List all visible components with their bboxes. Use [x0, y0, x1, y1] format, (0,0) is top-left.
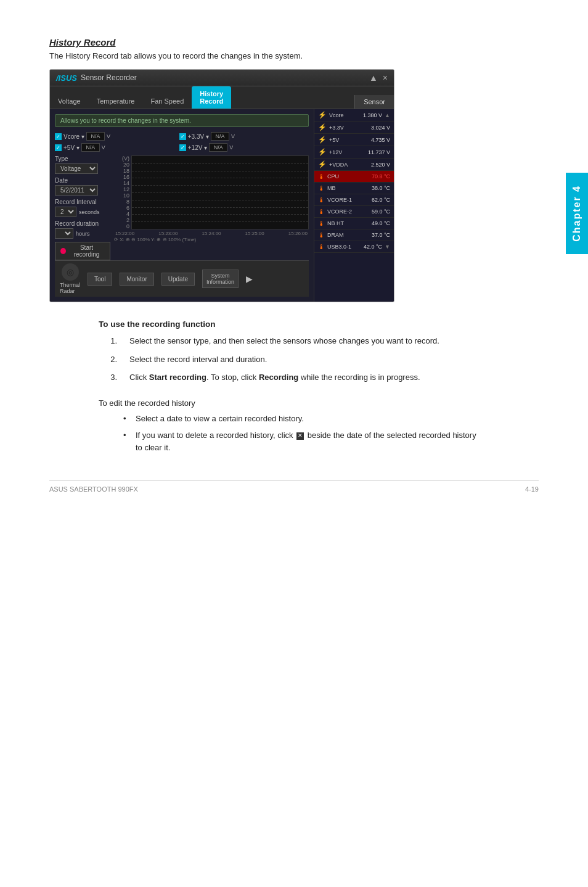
type-select[interactable]: Voltage — [55, 163, 98, 174]
sensor-val-mb: 38.0 °C — [372, 185, 390, 191]
steps-list: 1. Select the sensor type, and then sele… — [99, 335, 477, 384]
step-3-num: 3. — [99, 371, 117, 384]
start-recording-button[interactable]: Start recording — [55, 242, 110, 260]
instructions-heading: To use the recording function — [99, 320, 477, 329]
12v-value: N/A — [209, 143, 227, 152]
sensor-vdda: ⚡ +VDDA 2.520 V — [314, 159, 394, 171]
section-title: History Record — [49, 37, 539, 47]
temp-icon-vcore1: 🌡 — [318, 196, 325, 204]
tab-fan-speed[interactable]: Fan Speed — [142, 94, 192, 109]
tab-voltage[interactable]: Voltage — [50, 94, 89, 109]
checkbox-vcore[interactable]: ✓ — [55, 133, 62, 140]
interval-select[interactable]: 20 — [55, 207, 76, 217]
minimize-button[interactable]: ▲ — [369, 73, 378, 83]
sensor-vcore: ⚡ Vcore 1.380 V ▲ — [314, 109, 394, 122]
tab-temperature[interactable]: Temperature — [89, 94, 143, 109]
type-label: Type — [55, 155, 110, 162]
grid-line-3 — [132, 178, 308, 178]
sensor-val-vdda: 2.520 V — [371, 162, 390, 168]
sensor-checkbox-5v: ✓ +5V ▾ N/A V — [55, 143, 177, 152]
sensor-val-nbht: 49.0 °C — [372, 220, 390, 226]
vcore-label: Vcore ▾ — [63, 133, 84, 140]
app-logo: /ISUS Sensor Recorder — [56, 73, 137, 83]
temp-icon-nbht: 🌡 — [318, 220, 325, 227]
sensor-dram: 🌡 DRAM 37.0 °C — [314, 229, 394, 241]
chart-controls-panel: Type Voltage Date 5/2/2011 — [55, 155, 110, 260]
duration-label: Record duration — [55, 220, 110, 227]
rec-icon — [60, 248, 66, 254]
sensor-val-dram: 37.0 °C — [372, 232, 390, 238]
interval-unit: seconds — [79, 209, 100, 215]
app-screenshot: /ISUS Sensor Recorder ▲ × Voltage Temper… — [49, 69, 394, 302]
bullet-list: • Select a date to view a certain record… — [99, 413, 477, 454]
sensor-mb: 🌡 MB 38.0 °C — [314, 183, 394, 194]
close-button[interactable]: × — [383, 73, 388, 83]
sensor-3v3: ⚡ +3.3V 3.024 V — [314, 122, 394, 134]
temp-icon-cpu: 🌡 — [318, 173, 325, 180]
3v3-value: N/A — [211, 132, 229, 141]
tab-history-record[interactable]: HistoryRecord — [192, 86, 231, 109]
3v3-label: +3.3V ▾ — [188, 133, 209, 140]
monitor-button[interactable]: Monitor — [120, 273, 153, 286]
sensor-val-cpu: 70.8 °C — [372, 173, 390, 179]
sensor-name-12v: +12V — [329, 149, 365, 155]
sensor-name-mb: MB — [327, 185, 369, 191]
bullet-1-text: Select a date to view a certain recorded… — [136, 413, 304, 425]
bullet-2: • If you want to delete a recorded histo… — [99, 429, 477, 453]
sensor-val-vcore1: 62.0 °C — [372, 197, 390, 203]
duration-select[interactable]: 6 — [55, 228, 73, 239]
checkbox-5v[interactable]: ✓ — [55, 144, 62, 151]
chart-container: (V) 20 18 16 14 12 10 8 6 4 2 — [114, 155, 309, 260]
tool-button[interactable]: Tool — [88, 273, 112, 286]
sensor-panel-label: Sensor — [354, 95, 394, 109]
12v-label: +12V ▾ — [188, 144, 207, 151]
grid-line-2 — [132, 171, 308, 171]
sensor-name-5v: +5V — [329, 137, 369, 143]
app-taskbar: ◎ ThermalRadar Tool Monitor Update Syste… — [55, 260, 309, 297]
sensor-val-vcore2: 59.0 °C — [372, 208, 390, 215]
sensor-name-vdda: +VDDA — [329, 162, 369, 168]
sensor-name-vcore: Vcore — [329, 112, 361, 118]
system-information-button[interactable]: SystemInformation — [202, 270, 239, 288]
chart-x-axis: 15:22:00 15:23:00 15:24:00 15:25:00 15:2… — [114, 231, 309, 236]
bullet-1: • Select a date to view a certain record… — [99, 413, 477, 425]
temp-icon-vcore2: 🌡 — [318, 208, 325, 215]
grid-line-8 — [132, 214, 308, 215]
duration-control: Record duration 6 hours — [55, 220, 110, 239]
duration-unit: hours — [76, 231, 90, 237]
sensor-name-cpu: CPU — [327, 173, 369, 179]
date-label: Date — [55, 177, 110, 184]
chapter-label: Chapter 4 — [571, 185, 582, 242]
date-select[interactable]: 5/2/2011 — [55, 185, 98, 196]
temp-icon-usb3: 🌡 — [318, 243, 325, 250]
footer-page-number: 4-19 — [525, 485, 539, 493]
scroll-down-indicator: ▼ — [385, 244, 390, 250]
step-2-text: Select the record interval and duration. — [129, 353, 477, 366]
bullet-2-text: If you want to delete a recorded history… — [136, 429, 477, 453]
thermal-radar-icon: ◎ — [62, 263, 79, 281]
step-1-text: Select the sensor type, and then select … — [129, 335, 477, 347]
update-button[interactable]: Update — [161, 273, 195, 286]
sensor-name-nbht: NB HT — [327, 220, 369, 226]
sensor-name-vcore1: VCORE-1 — [327, 197, 369, 203]
chart-y-axis: (V) 20 18 16 14 12 10 8 6 4 2 — [114, 155, 131, 229]
step-1-num: 1. — [99, 335, 117, 347]
checkbox-12v[interactable]: ✓ — [179, 144, 186, 151]
grid-line-4 — [132, 185, 308, 186]
sensor-vcore2: 🌡 VCORE-2 59.0 °C — [314, 206, 394, 218]
taskbar-thermal-radar[interactable]: ◎ ThermalRadar — [60, 263, 80, 294]
asus-logo-text: /ISUS — [56, 73, 77, 83]
bullet-dot-1: • — [123, 413, 129, 425]
grid-line-6 — [132, 200, 308, 200]
step-1: 1. Select the sensor type, and then sele… — [99, 335, 477, 347]
sensor-nbht: 🌡 NB HT 49.0 °C — [314, 218, 394, 229]
sensor-5v: ⚡ +5V 4.735 V — [314, 134, 394, 146]
voltage-icon-12v: ⚡ — [318, 148, 327, 156]
checkbox-3v3[interactable]: ✓ — [179, 133, 186, 140]
interval-label: Record Interval — [55, 199, 110, 205]
step-2: 2. Select the record interval and durati… — [99, 353, 477, 366]
titlebar-controls: ▲ × — [369, 73, 388, 83]
vcore-unit: V — [107, 133, 110, 139]
chart-axis-info: ⟳ X: ⊕ ⊖ 100% Y: ⊕ ⊖ 100% (Time) — [114, 237, 309, 242]
step-3-text: Click Start recording. To stop, click Re… — [129, 371, 477, 384]
